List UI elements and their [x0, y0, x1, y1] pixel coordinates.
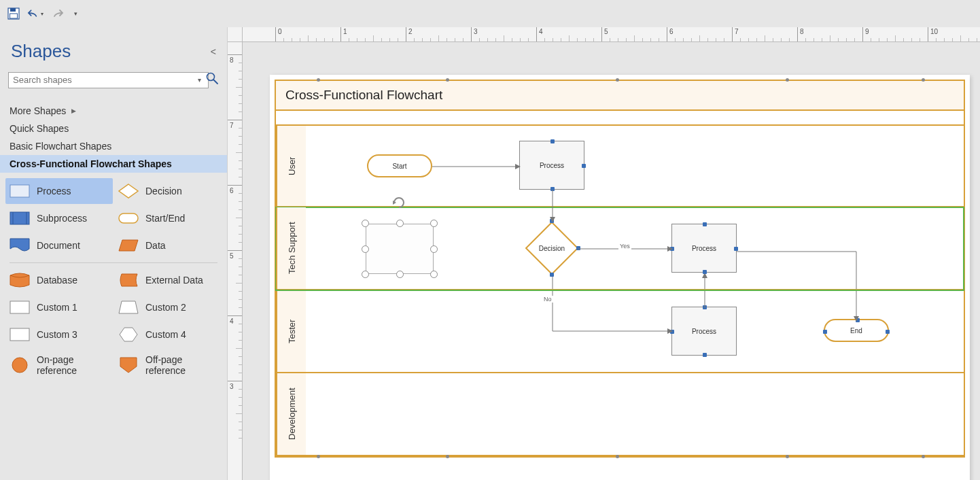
category-more-shapes[interactable]: More Shapes ▶	[0, 102, 227, 120]
node-process-user[interactable]: Process	[519, 141, 584, 190]
svg-line-4	[214, 80, 218, 84]
horizontal-ruler: 01234567891011	[243, 27, 980, 42]
shape-group-divider	[10, 262, 217, 263]
swimlane-title[interactable]: Cross-Functional Flowchart	[276, 81, 964, 111]
shape-database[interactable]: Database	[5, 267, 113, 293]
node-end[interactable]: End	[824, 319, 889, 342]
shapes-panel: Shapes < ▾ More Shapes ▶ Quick Shapes Ba…	[0, 27, 228, 480]
chevron-right-icon: ▶	[71, 107, 76, 114]
shape-onpage-ref[interactable]: On-page reference	[5, 349, 113, 381]
shape-document[interactable]: Document	[5, 233, 113, 258]
search-icon[interactable]	[205, 71, 219, 88]
ruler-corner	[228, 27, 243, 42]
svg-point-16	[12, 358, 27, 373]
drawing-page[interactable]: Cross-Functional Flowchart User Start	[270, 75, 970, 480]
rotate-handle-icon[interactable]	[391, 195, 406, 213]
shape-process[interactable]: Process	[5, 178, 113, 204]
swimlane-tech-support[interactable]: Tech Support	[276, 207, 964, 290]
swimlane-container[interactable]: Cross-Functional Flowchart User Start	[275, 80, 965, 458]
svg-point-3	[207, 73, 215, 81]
swimlane-label-dev[interactable]: Development	[276, 373, 306, 455]
edge-label-no: No	[542, 296, 553, 303]
drawing-canvas-area: 01234567891011 876543 Cross-Functional F…	[228, 27, 980, 480]
customize-qat-button[interactable]: ▾	[71, 5, 80, 22]
shape-startend[interactable]: Start/End	[114, 205, 222, 231]
node-decision[interactable]: Decision	[525, 221, 579, 275]
shape-stencil-grid: Process Decision Subprocess Start/End Do…	[0, 173, 227, 387]
collapse-panel-icon[interactable]: <	[211, 46, 216, 57]
shape-offpage-ref[interactable]: Off-page reference	[114, 349, 222, 381]
svg-rect-12	[10, 301, 29, 313]
shape-decision[interactable]: Decision	[114, 178, 222, 204]
swimlane-tester[interactable]: Tester Process End	[276, 290, 964, 373]
svg-marker-17	[120, 358, 137, 373]
vertical-ruler: 876543	[228, 42, 243, 480]
svg-rect-5	[10, 185, 29, 197]
swimlane-label-tester[interactable]: Tester	[276, 290, 306, 372]
shape-subprocess[interactable]: Subprocess	[5, 205, 113, 231]
swimlane-label-tech[interactable]: Tech Support	[276, 207, 306, 289]
node-process-tech[interactable]: Process	[671, 224, 737, 273]
redo-button[interactable]	[49, 5, 65, 22]
search-shapes-input[interactable]	[8, 72, 209, 88]
swimlane-user[interactable]: User Start Process	[276, 126, 964, 207]
category-cross-functional[interactable]: Cross-Functional Flowchart Shapes	[0, 155, 227, 173]
shape-custom4[interactable]: Custom 4	[114, 322, 222, 347]
save-button[interactable]	[5, 5, 22, 22]
svg-rect-10	[119, 213, 138, 223]
shape-externaldata[interactable]: External Data	[114, 267, 222, 293]
edge-label-yes: Yes	[618, 243, 631, 250]
shape-category-list: More Shapes ▶ Quick Shapes Basic Flowcha…	[0, 95, 227, 173]
svg-marker-6	[119, 184, 138, 198]
category-quick-shapes[interactable]: Quick Shapes	[0, 120, 227, 137]
quick-access-toolbar: ▾ ▾	[0, 0, 980, 27]
shapes-panel-title: Shapes	[11, 41, 71, 62]
connector	[432, 163, 521, 170]
node-start[interactable]: Start	[367, 154, 432, 177]
svg-marker-15	[120, 328, 137, 341]
swimlane-phase-bar[interactable]	[276, 111, 964, 126]
svg-marker-11	[119, 240, 138, 251]
svg-rect-14	[10, 328, 29, 341]
swimlane-label-user[interactable]: User	[276, 126, 306, 206]
category-basic-flowchart[interactable]: Basic Flowchart Shapes	[0, 137, 227, 155]
node-process-tester[interactable]: Process	[671, 307, 737, 356]
shape-custom3[interactable]: Custom 3	[5, 322, 113, 347]
svg-rect-1	[10, 8, 16, 12]
shape-custom1[interactable]: Custom 1	[5, 294, 113, 320]
node-selected-process[interactable]	[366, 224, 434, 274]
shape-custom2[interactable]: Custom 2	[114, 294, 222, 320]
undo-button[interactable]: ▾	[27, 5, 43, 22]
swimlane-development[interactable]: Development	[276, 373, 964, 456]
shape-data[interactable]: Data	[114, 233, 222, 258]
svg-marker-13	[119, 301, 138, 313]
